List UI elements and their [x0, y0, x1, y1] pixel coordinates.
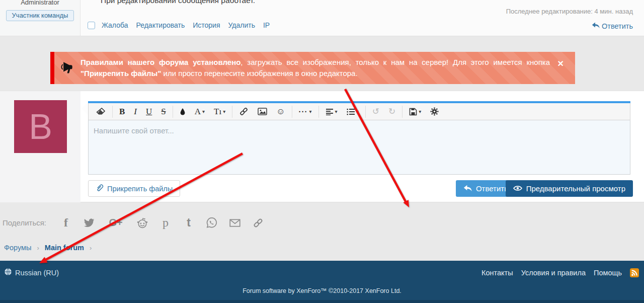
toolbar-separator [402, 106, 403, 118]
twitter-icon[interactable] [84, 218, 95, 228]
contacts-link[interactable]: Контакты [481, 269, 513, 277]
toolbar-separator [232, 106, 232, 118]
close-icon[interactable]: ✕ [557, 59, 564, 68]
post-section: Administrator Участник команды При редак… [0, 0, 644, 36]
notice-bold-intro: Правилами нашего форума установлено [80, 58, 240, 66]
post-controls: Жалоба Редактировать История Удалить IP [88, 21, 278, 29]
share-icons: f G+ p t [60, 216, 264, 230]
toolbar-separator [318, 106, 319, 118]
alignment-button[interactable]: ▾ [321, 105, 342, 119]
font-size-label: Tı [214, 107, 221, 117]
permalink-icon[interactable] [253, 217, 264, 229]
chevron-right-icon: › [90, 244, 92, 252]
editor-placeholder: Напишите свой ответ... [94, 126, 174, 135]
reply-arrow-icon [592, 22, 600, 30]
more-options-button[interactable]: ···▾ [294, 105, 316, 119]
tumblr-icon[interactable]: t [183, 216, 194, 230]
report-link[interactable]: Жалоба [102, 21, 128, 29]
megaphone-icon [59, 61, 73, 75]
user-role: Administrator [0, 0, 80, 6]
delete-link[interactable]: Удалить [228, 21, 255, 29]
preview-button-label: Предварительный просмотр [526, 184, 625, 193]
redo-button[interactable]: ↻ [384, 105, 400, 119]
editor-toolbar: B I U S A▾ Tı▾ ☺ ···▾ ▾ ▾ ↺ ↻ [88, 103, 630, 120]
copyright-text: Forum software by XenForo™ ©2010-2017 Xe… [0, 287, 644, 294]
facebook-icon[interactable]: f [60, 216, 71, 230]
notice-end: или просто перенесите изображения в окно… [161, 69, 357, 78]
bold-button[interactable]: B [115, 105, 129, 119]
help-link[interactable]: Помощь [594, 269, 622, 277]
avatar[interactable]: B [14, 100, 67, 153]
editor-pointer [82, 103, 88, 115]
strikethrough-button[interactable]: S [156, 105, 170, 119]
footer-links: Контакты Условия и правила Помощь [481, 268, 639, 277]
share-row: Поделиться: f G+ p t [3, 216, 264, 230]
list-button[interactable]: ▾ [342, 105, 363, 119]
toolbar-separator [365, 106, 366, 118]
paperclip-icon [96, 184, 104, 193]
notice-left-bar [50, 52, 54, 84]
terms-link[interactable]: Условия и правила [521, 269, 586, 277]
preview-button[interactable]: Предварительный просмотр [506, 180, 633, 197]
breadcrumb-main-forum[interactable]: Main forum [45, 244, 84, 252]
reply-arrow-icon [463, 184, 472, 193]
language-label: Russian (RU) [15, 269, 59, 277]
font-family-label: A [195, 107, 201, 117]
text-color-icon[interactable] [175, 105, 190, 119]
edit-link[interactable]: Редактировать [136, 21, 185, 29]
forum-rules-notice: Правилами нашего форума установлено, заг… [50, 52, 575, 84]
quick-reply-section: B B I U S A▾ Tı▾ ☺ ···▾ [0, 91, 644, 202]
toolbar-separator [112, 106, 113, 118]
remove-format-icon[interactable] [92, 105, 110, 119]
footer-bottom-strip [0, 300, 644, 303]
italic-button[interactable]: I [129, 105, 141, 119]
undo-button[interactable]: ↺ [368, 105, 384, 119]
attach-files-button[interactable]: Прикрепить файлы [88, 180, 180, 197]
toolbar-separator [173, 106, 173, 118]
share-label: Поделиться: [3, 218, 46, 227]
globe-icon [4, 268, 12, 277]
last-edit-note: Последнее редактирование: 4 мин. назад [506, 8, 633, 15]
reply-text-area[interactable]: Напишите свой ответ... [88, 120, 630, 175]
select-post-checkbox[interactable] [88, 22, 95, 29]
font-family-button[interactable]: A▾ [190, 105, 209, 119]
reply-link[interactable]: Ответить [592, 22, 633, 30]
insert-image-icon[interactable] [253, 105, 272, 119]
pinterest-icon[interactable]: p [160, 216, 171, 230]
breadcrumb-forums[interactable]: Форумы [4, 244, 31, 252]
reddit-icon[interactable] [137, 217, 148, 229]
staff-badge: Участник команды [6, 10, 74, 21]
save-draft-button[interactable]: ▾ [405, 105, 426, 119]
post-user-column: Administrator Участник команды [0, 0, 80, 36]
toolbar-separator [292, 106, 292, 118]
language-chooser[interactable]: Russian (RU) [4, 268, 59, 277]
attach-files-label: Прикрепить файлы [107, 185, 173, 193]
reply-button-label: Ответить [476, 184, 508, 193]
insert-link-icon[interactable] [234, 105, 253, 119]
underline-button[interactable]: U [141, 105, 156, 119]
chevron-right-icon: › [37, 244, 39, 252]
breadcrumb: Форумы › Main forum › [4, 244, 92, 252]
ip-link[interactable]: IP [263, 21, 270, 29]
smiley-icon[interactable]: ☺ [272, 105, 289, 119]
notice-bold-button: "Прикрепить файлы" [80, 69, 161, 78]
googleplus-icon[interactable]: G+ [107, 217, 125, 229]
reply-link-label: Ответить [602, 22, 633, 30]
post-message: При редактировании сообщения работает. [101, 0, 255, 5]
forum-page: Administrator Участник команды При редак… [0, 0, 644, 303]
history-link[interactable]: История [193, 21, 220, 29]
rich-text-editor: B I U S A▾ Tı▾ ☺ ···▾ ▾ ▾ ↺ ↻ [88, 101, 630, 175]
email-icon[interactable] [229, 218, 240, 228]
rss-icon[interactable] [630, 268, 639, 277]
editor-settings-gear-icon[interactable] [426, 105, 443, 119]
whatsapp-icon[interactable] [206, 217, 217, 229]
eye-icon [513, 184, 522, 193]
notice-text: Правилами нашего форума установлено, заг… [80, 57, 550, 79]
font-size-button[interactable]: Tı▾ [209, 105, 230, 119]
footer: Russian (RU) Контакты Условия и правила … [0, 261, 644, 303]
notice-mid: , загружать все изображения, только к на… [240, 58, 550, 66]
